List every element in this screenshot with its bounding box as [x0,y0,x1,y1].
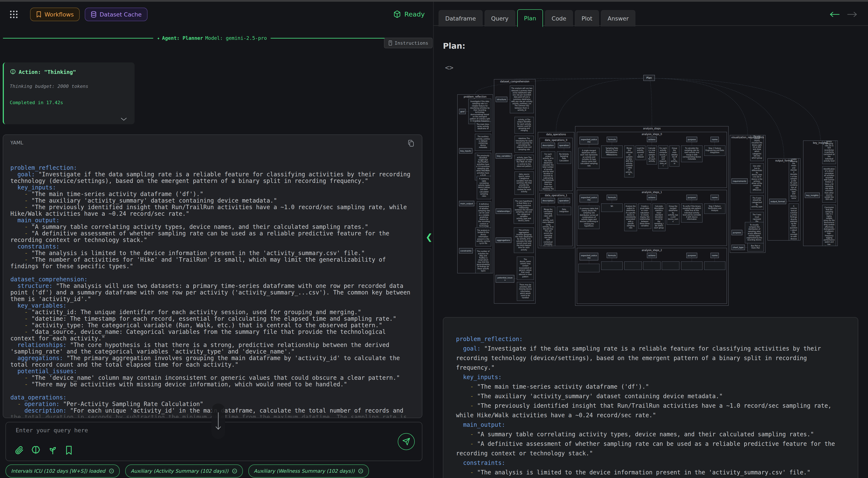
yaml-line: key_inputs: [10,184,418,191]
scroll-down-button[interactable] [212,404,225,439]
graph-label-node: actions [647,195,657,200]
copy-icon[interactable] [407,139,414,147]
arrow-right-icon[interactable] [847,11,858,18]
send-button[interactable] [398,433,415,450]
remove-dataset-icon[interactable] [232,468,237,474]
graph-label-node: key_variables [496,153,512,159]
dataset-pill[interactable]: Auxiliary (Activity Summary (102 days)) [125,465,243,478]
plan-graph[interactable]: Planproblem_reflectiongoalInvestigate if… [434,73,840,315]
graph-label-node: formula [607,195,617,200]
graph-group: operationPer-Activity Sampling Rate Calc… [557,143,571,164]
graph-leaf-node: The device_name column may contain incon… [517,257,534,280]
graph-leaf-node [578,264,599,272]
topbar: Workflows Dataset Cache [10,8,148,21]
yaml-line: recording technology (device/settings), … [456,355,854,364]
yaml-code-panel: YAML problem_reflection: goal: "Investig… [3,134,422,418]
graph-label-node: chart_type [732,245,745,250]
app-grid-icon[interactable] [10,10,18,19]
sprout-icon[interactable] [48,445,58,455]
tab-code[interactable]: Code [545,10,573,27]
graph-subcluster-title: analysis_steps_2 [577,249,727,252]
yaml-line: aggregations: "The primary aggregation i… [10,355,418,361]
graph-cluster-title: analysis_steps [575,127,728,130]
graph-leaf-node: Use color hue to differentiate by device… [750,163,764,193]
graph-leaves: Merge the calculated sampling rates with… [624,145,680,177]
agent-header: ✦ Agent: Planner Model: gemini-2.5-pro [3,33,421,43]
attach-icon[interactable] [14,445,24,455]
graph-leaves: Investigate if the data sampling rate is… [468,99,491,124]
yaml-line: - "The auxiliary 'activity_summary' data… [10,197,418,204]
graph-subcluster-title: data_operations_1 [540,194,572,197]
graph-root-node: Plan [643,75,655,81]
dataset-cache-button[interactable]: Dataset Cache [85,8,148,21]
graph-leaves: Data Integration [557,207,571,215]
graph-label-node: requirements [732,178,748,184]
collapse-panel-icon[interactable]: ❮ [426,232,433,242]
graph-leaves: The analysis is limited to the device in… [475,228,491,273]
graph-group: expected_outcomeA single merged datafram… [578,137,599,169]
graph-leaves: A single merged dataframe where each row… [578,148,599,169]
graph-group: expected_outcome [578,253,599,272]
action-budget: Thinking budget: 2000 tokens [10,83,129,89]
graph-connector [474,203,477,204]
remove-dataset-icon[interactable] [109,468,114,474]
tab-answer[interactable]: Answer [601,10,635,27]
graph-label-node: constraints [459,248,473,253]
tab-plan[interactable]: Plan [517,9,543,27]
remove-dataset-icon[interactable] [358,468,364,474]
workflows-button[interactable]: Workflows [30,8,80,21]
graph-group: descriptionFor each unique activity_id i… [541,143,555,191]
graph-leaf-node: datetime The timestamp for each record e… [515,136,534,152]
dataset-pill[interactable]: Auxiliary (Wellness Summary (102 days)) [248,465,369,478]
dataset-cache-label: Dataset Cache [100,11,142,18]
graph-leaves: A summary table that clearly shows the s… [578,206,599,229]
graph-group: expected_outcomeA summary table that cle… [578,195,599,229]
chevron-down-icon[interactable] [121,117,127,121]
yaml-line: context for each activity." [10,335,418,342]
yaml-line: constraints: [10,243,418,250]
tab-query[interactable]: Query [485,10,515,27]
tab-dataframe[interactable]: Dataframe [439,10,483,27]
workflows-label: Workflows [44,11,74,18]
arrow-left-icon[interactable] [829,11,840,18]
tab-plot[interactable]: Plot [575,10,599,27]
bookmark-icon[interactable] [65,445,73,455]
yaml-line: - "The previously identified insight tha… [456,402,854,412]
graph-leaves: For each unique activity_id in the main … [541,151,555,191]
graph-group: descriptionMerge the calculated sampling… [541,198,555,246]
graph-leaf-node: For each activity compute record_count a… [658,145,668,169]
graph-leaves: A final summary table showing the mean a… [789,158,799,240]
graph-leaf-node: Group the merged dataframe by activity_t… [667,203,680,225]
yaml-line: - "A summary table correlating activity … [10,224,418,230]
yaml-line: - "A definitive assessment of whether sa… [10,230,418,237]
graph-leaf-node: activity_id The unique identifier for ea… [515,117,534,134]
graph-leaves: Box Plot or Violin Plot [747,243,764,251]
graph-connector [548,203,548,207]
graph-leaf-node: A final summary table showing the mean a… [789,158,799,201]
graph-leaf-node: The X-axis should be categorized by acti… [750,195,764,210]
graph-leaf-node: A summary table correlating activity typ… [477,176,491,199]
graph-label-node: output_format [769,199,786,204]
query-input[interactable] [15,426,334,440]
yaml-line: - "A summary table correlating activity … [456,431,854,441]
graph-cluster-title: visualization_requirements [730,136,765,139]
graph-leaves: A summary table correlating activity typ… [477,176,491,231]
yaml-line: findings for these specific types." [10,263,418,270]
action-title: Action: "Thinking" [19,69,76,75]
dataset-pill[interactable]: Intervals ICU (102 days [W+S]) loaded [5,465,120,478]
action-card[interactable]: Action: "Thinking" Thinking budget: 2000… [3,63,134,124]
graph-label-node: potential_issues [496,275,514,283]
graph-leaf-node [662,262,679,270]
yaml-line: recording context or technology stack." [456,450,854,459]
graph-group: relationshipsThe core hypothesis is that… [496,198,534,224]
sparkle-icon: ✦ [157,35,160,41]
code-view-toggle[interactable]: <> [445,64,454,72]
graph-label-node: formula [607,137,617,142]
graph-group: potential_issuesThe device_name column m… [496,257,534,301]
graph-group: purposeTo visually compare the distribut… [732,224,764,242]
instructions-button[interactable]: Instructions [384,38,433,48]
plan-yaml-panel: problem_reflection: goal: "Investigate i… [443,317,858,478]
brain-icon[interactable] [31,445,41,455]
yaml-line: them is 'activity_id'." [10,296,418,302]
status-label: Ready [404,10,425,18]
